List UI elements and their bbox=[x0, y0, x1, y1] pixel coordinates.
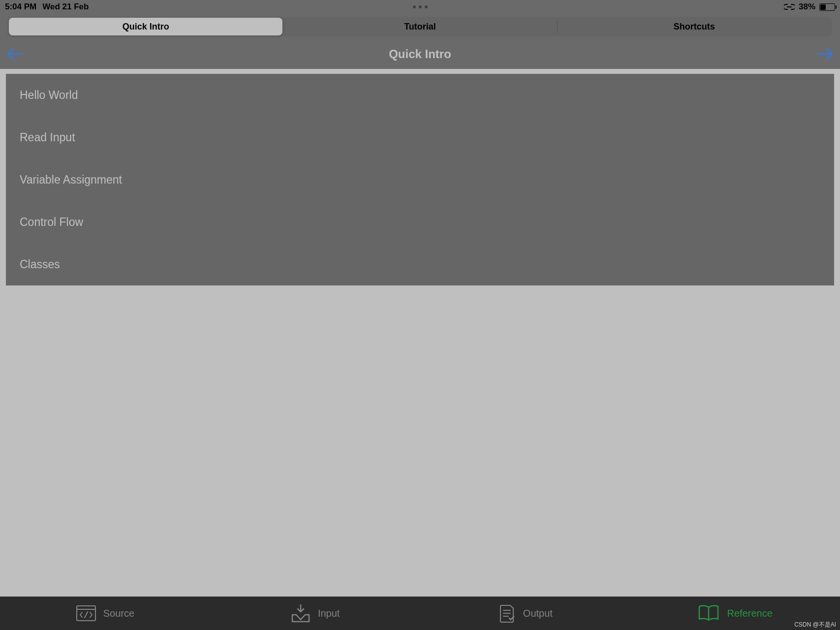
nav-bar: Quick Intro bbox=[0, 39, 840, 69]
tab-label: Reference bbox=[727, 608, 772, 619]
status-date: Wed 21 Feb bbox=[42, 2, 89, 12]
segment-label: Tutorial bbox=[404, 22, 436, 32]
forward-button[interactable] bbox=[817, 47, 834, 62]
arrow-left-icon bbox=[6, 47, 23, 62]
tab-label: Input bbox=[318, 608, 340, 619]
svg-rect-0 bbox=[77, 606, 95, 621]
dot-icon bbox=[425, 5, 428, 8]
status-left: 5:04 PM Wed 21 Feb bbox=[5, 2, 89, 12]
battery-icon bbox=[819, 3, 835, 11]
arrow-right-icon bbox=[817, 47, 834, 62]
segmented-bar: Quick Intro Tutorial Shortcuts bbox=[0, 14, 840, 39]
tab-label: Source bbox=[103, 608, 134, 619]
vpn-link-icon bbox=[784, 4, 795, 10]
list-item-classes[interactable]: Classes bbox=[6, 243, 834, 285]
tab-input[interactable]: Input bbox=[210, 604, 420, 623]
tab-reference[interactable]: Reference bbox=[630, 604, 840, 622]
page-title: Quick Intro bbox=[389, 47, 451, 61]
tab-quick-intro[interactable]: Quick Intro bbox=[9, 18, 282, 35]
gap bbox=[0, 69, 840, 74]
tab-label: Output bbox=[523, 608, 553, 619]
segment-label: Quick Intro bbox=[123, 22, 169, 32]
segmented-control: Quick Intro Tutorial Shortcuts bbox=[8, 17, 832, 36]
status-bar: 5:04 PM Wed 21 Feb 38% bbox=[0, 0, 840, 14]
input-icon bbox=[290, 604, 311, 623]
tab-tutorial[interactable]: Tutorial bbox=[283, 18, 557, 35]
multitask-dots[interactable] bbox=[413, 5, 428, 8]
bottom-tab-bar: Source Input Output Reference bbox=[0, 597, 840, 630]
watermark: CSDN @不是AI bbox=[794, 621, 836, 629]
list-item-label: Classes bbox=[20, 258, 60, 271]
list-item-label: Read Input bbox=[20, 131, 75, 144]
tab-shortcuts[interactable]: Shortcuts bbox=[558, 18, 831, 35]
tab-source[interactable]: Source bbox=[0, 605, 210, 622]
list-item-variable-assignment[interactable]: Variable Assignment bbox=[6, 158, 834, 201]
back-button[interactable] bbox=[6, 47, 23, 62]
list-item-read-input[interactable]: Read Input bbox=[6, 116, 834, 158]
code-icon bbox=[76, 605, 96, 622]
list-item-hello-world[interactable]: Hello World bbox=[6, 74, 834, 116]
list-item-control-flow[interactable]: Control Flow bbox=[6, 201, 834, 243]
book-icon bbox=[697, 604, 720, 622]
dot-icon bbox=[413, 5, 416, 8]
topic-list: Hello World Read Input Variable Assignme… bbox=[6, 74, 834, 285]
list-item-label: Hello World bbox=[20, 89, 78, 102]
dot-icon bbox=[419, 5, 422, 8]
segment-label: Shortcuts bbox=[674, 22, 715, 32]
battery-percent: 38% bbox=[799, 2, 815, 12]
tab-output[interactable]: Output bbox=[420, 603, 630, 623]
list-item-label: Control Flow bbox=[20, 216, 83, 229]
status-time: 5:04 PM bbox=[5, 2, 36, 12]
status-right: 38% bbox=[784, 2, 835, 12]
list-item-label: Variable Assignment bbox=[20, 173, 122, 187]
output-icon bbox=[498, 603, 516, 623]
